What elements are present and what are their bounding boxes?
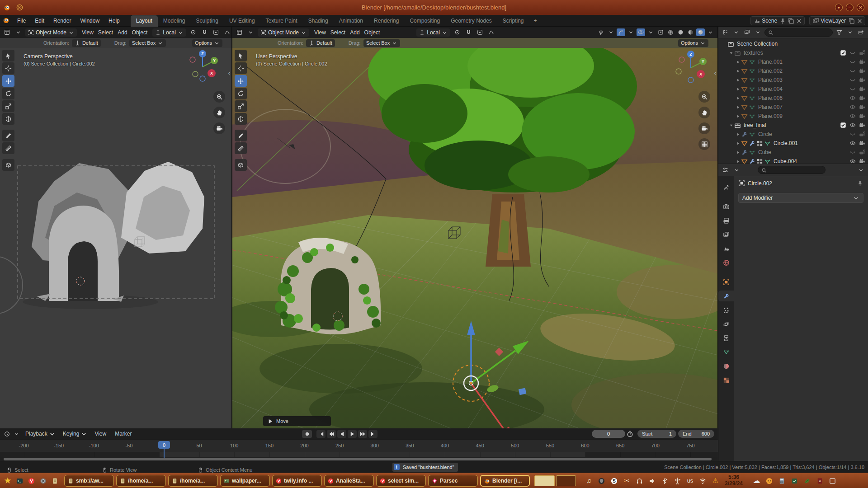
outliner-row[interactable]: Plane.002: [718, 66, 868, 75]
proportional-edit-icon[interactable]: [476, 28, 484, 36]
shading-wireframe-icon[interactable]: [666, 28, 675, 36]
transport-button[interactable]: [348, 430, 357, 438]
transform-tool[interactable]: [235, 113, 247, 125]
properties-tab[interactable]: [718, 243, 734, 254]
blender-menu-icon[interactable]: [3, 17, 11, 25]
disclosure-icon[interactable]: [735, 60, 741, 64]
orientation-dropdown[interactable]: Local: [416, 28, 450, 37]
menu-item[interactable]: Edit: [30, 18, 49, 24]
move-tool[interactable]: [235, 75, 247, 87]
properties-editor-icon[interactable]: [721, 166, 730, 174]
tray-icon[interactable]: [778, 477, 786, 484]
properties-tab[interactable]: [718, 215, 734, 226]
properties-tab[interactable]: [718, 277, 734, 287]
viewport-menu-item[interactable]: Object: [362, 29, 382, 36]
camera-view-icon[interactable]: [213, 122, 225, 134]
scale-tool[interactable]: [2, 100, 14, 112]
annotate-tool[interactable]: [235, 130, 247, 141]
viewport-menu-item[interactable]: Select: [96, 29, 115, 36]
outliner-row[interactable]: Cube.004: [718, 157, 868, 164]
tray-icon[interactable]: ✂: [623, 477, 631, 484]
launcher-icon[interactable]: ★: [3, 475, 13, 486]
timeline-ruler[interactable]: -200-150-100-505010015020025030035040045…: [0, 439, 718, 452]
tray-icon[interactable]: [791, 477, 798, 484]
viewport-menu-item[interactable]: Select: [328, 29, 348, 36]
tray-icon[interactable]: [598, 477, 605, 484]
add-workspace-button[interactable]: +: [529, 18, 542, 24]
properties-tab[interactable]: [718, 291, 734, 301]
options-button[interactable]: Options: [192, 39, 222, 47]
drag-dropdown[interactable]: Select Box: [129, 39, 166, 47]
pan-hand-icon[interactable]: [213, 107, 225, 118]
zoom-icon[interactable]: [213, 91, 225, 103]
visibility-toggles[interactable]: [849, 158, 865, 164]
visibility-toggles[interactable]: [849, 131, 865, 137]
desktop-pager[interactable]: [534, 475, 576, 486]
viewport1-canvas[interactable]: Z Y X Camera Perspective (0) Scene Colle…: [0, 48, 231, 428]
window-shade-button[interactable]: ▾: [835, 4, 843, 11]
auto-keyframe-button[interactable]: [302, 430, 312, 438]
add-cube-tool[interactable]: [2, 159, 14, 171]
transport-button[interactable]: [337, 430, 346, 438]
copy-icon[interactable]: [848, 18, 854, 23]
pivot-point-icon[interactable]: [453, 28, 462, 36]
chevron-down-icon[interactable]: [14, 28, 23, 36]
zoom-icon[interactable]: [698, 91, 710, 103]
chevron-down-icon[interactable]: [706, 28, 715, 36]
frame-end-field[interactable]: End600: [678, 430, 714, 438]
tray-icon[interactable]: [636, 477, 643, 484]
workspace-tab[interactable]: Rendering: [368, 15, 404, 27]
add-modifier-button[interactable]: Add Modifier: [738, 193, 863, 203]
pin-icon[interactable]: [857, 180, 863, 187]
copy-icon[interactable]: [788, 18, 793, 23]
window-minimize-button[interactable]: –: [846, 4, 854, 11]
scene-selector[interactable]: Scene: [750, 16, 805, 25]
viewport2-canvas[interactable]: Z Y X User Perspective (0) Scene Collect…: [232, 48, 717, 428]
menu-item[interactable]: Render: [49, 18, 75, 24]
menu-item[interactable]: Window: [75, 18, 104, 24]
viewport-menu-item[interactable]: View: [312, 29, 328, 36]
chevron-down-icon[interactable]: [732, 28, 741, 36]
disclosure-icon[interactable]: [735, 69, 741, 73]
taskbar-window-button[interactable]: smb://aw...: [64, 475, 114, 487]
chevron-down-icon[interactable]: [246, 28, 255, 36]
visibility-toggles[interactable]: [849, 95, 865, 101]
chevron-down-icon[interactable]: [607, 28, 615, 36]
taskbar-window-button[interactable]: /home/a...: [116, 475, 166, 487]
tray-icon[interactable]: S: [610, 477, 618, 484]
taskbar-window-button[interactable]: wallpaper...: [220, 475, 270, 487]
transport-button[interactable]: [368, 430, 377, 438]
properties-tab[interactable]: [718, 375, 734, 385]
tray-icon[interactable]: us: [686, 477, 694, 484]
properties-tab[interactable]: [718, 257, 734, 268]
outliner-row[interactable]: Plane.004: [718, 84, 868, 94]
launcher-icon[interactable]: [38, 475, 48, 486]
launcher-icon[interactable]: [14, 475, 24, 486]
visibility-toggles[interactable]: [840, 122, 865, 128]
workspace-tab[interactable]: Scripting: [497, 15, 529, 27]
disclosure-icon[interactable]: [735, 160, 741, 164]
outliner-row[interactable]: Circle: [718, 130, 868, 139]
playhead[interactable]: 0: [158, 441, 170, 449]
desktop-2[interactable]: [556, 475, 576, 486]
tray-icon[interactable]: [661, 477, 669, 484]
proportional-edit-icon[interactable]: [212, 28, 220, 36]
close-icon[interactable]: [856, 18, 862, 23]
visibility-toggles[interactable]: [840, 50, 865, 56]
workspace-tab[interactable]: Shading: [303, 15, 334, 27]
tray-icon[interactable]: [674, 477, 681, 484]
menu-item[interactable]: File: [13, 18, 30, 24]
pivot-point-icon[interactable]: [189, 28, 198, 36]
pan-hand-icon[interactable]: [698, 107, 710, 118]
properties-tab[interactable]: [718, 182, 734, 192]
outliner-row[interactable]: tree_final: [718, 121, 868, 130]
select-tool[interactable]: [2, 50, 14, 61]
taskbar-window-button[interactable]: Blender [/...: [480, 475, 530, 487]
ortho-grid-icon[interactable]: [698, 138, 710, 150]
taskbar-window-button[interactable]: /home/a...: [168, 475, 218, 487]
outliner-row[interactable]: textures: [718, 48, 868, 57]
shading-material-icon[interactable]: [686, 28, 695, 36]
workspace-tab[interactable]: UV Editing: [224, 15, 260, 27]
transport-button[interactable]: [327, 430, 336, 438]
operator-panel-move[interactable]: Move: [263, 416, 331, 426]
